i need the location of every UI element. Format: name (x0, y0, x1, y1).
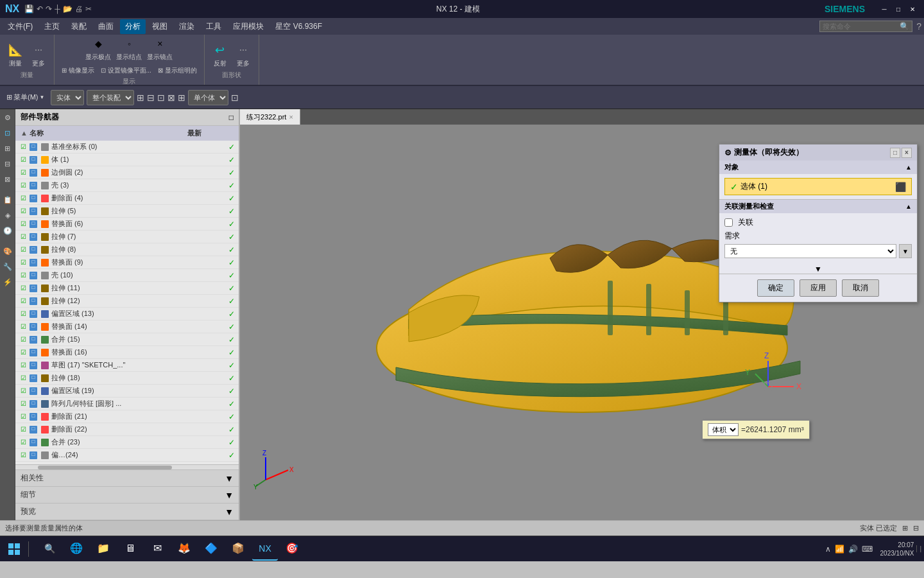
tree-item-checkbox[interactable]: ☑ (18, 399, 28, 409)
menu-render[interactable]: 渲染 (174, 19, 200, 34)
scrollbar-thumb[interactable] (38, 466, 172, 469)
tree-item[interactable]: ☑□偏置区域 (19)✓ (15, 385, 239, 398)
tree-item-checkbox[interactable]: ☑ (18, 296, 28, 306)
taskbar-explorer[interactable]: 📁 (90, 538, 116, 561)
restore-button[interactable]: □ (892, 3, 905, 15)
scope-select[interactable]: 整个装配 (87, 90, 134, 105)
view-icon-1[interactable]: ⊞ (902, 524, 908, 532)
minimize-button[interactable]: ─ (878, 3, 891, 15)
taskbar-app3[interactable]: 🎯 (279, 538, 305, 561)
tray-icon-battery[interactable]: ⌨ (862, 545, 873, 554)
tree-item-checkbox[interactable]: ☑ (18, 245, 28, 255)
taskbar-mail[interactable]: ✉ (144, 538, 170, 561)
tree-item-checkbox[interactable]: ☑ (18, 360, 28, 371)
measure-button[interactable]: 📐 测量 (5, 40, 26, 69)
quick-save-icon[interactable]: 💾 (24, 4, 34, 13)
tree-item[interactable]: ☑□替换面 (6)✓ (15, 218, 239, 231)
close-button[interactable]: ✕ (906, 3, 919, 15)
show-poles-button[interactable]: ◆ 显示极点 (84, 33, 112, 63)
tree-item[interactable]: ☑□删除面 (22)✓ (15, 423, 239, 436)
menu-tools[interactable]: 工具 (201, 19, 227, 34)
more-surface-button[interactable]: ⋯ 更多 (233, 40, 253, 69)
tree-item-checkbox[interactable]: ☑ (18, 219, 28, 229)
redo-icon[interactable]: ↷ (46, 4, 52, 13)
viewport-tab-main[interactable]: 练习2322.prt × (240, 109, 300, 125)
tree-item[interactable]: ☑□边倒圆 (2)✓ (15, 166, 239, 179)
show-group-button[interactable]: ⊠ 显示组明的 (156, 66, 199, 76)
more-measure-button[interactable]: ⋯ 更多 (28, 40, 49, 69)
tree-item[interactable]: ☑□体 (1)✓ (15, 153, 239, 166)
related-section-header[interactable]: 关联测量和检查 ▲ (719, 200, 917, 213)
horizontal-scrollbar[interactable] (15, 464, 239, 469)
tree-item[interactable]: ☑□阵列几何特征 [圆形] ...✓ (15, 398, 239, 410)
tree-item-checkbox[interactable]: ☑ (18, 450, 28, 460)
left-icon-9[interactable]: 🎨 (1, 244, 15, 258)
tree-item-checkbox[interactable]: ☑ (18, 309, 28, 319)
open-icon[interactable]: 📂 (63, 4, 73, 13)
tree-item-checkbox[interactable]: ☑ (18, 258, 28, 268)
taskbar-app1[interactable]: 📦 (225, 538, 251, 561)
confirm-button[interactable]: 确定 (757, 279, 794, 297)
menu-analysis[interactable]: 分析 (120, 19, 146, 34)
toolbar-icon-2[interactable]: ⊟ (147, 92, 155, 103)
view-icon-2[interactable]: ⊟ (913, 524, 919, 532)
tree-item-checkbox[interactable]: ☑ (18, 283, 28, 293)
tree-item-checkbox[interactable]: ☑ (18, 373, 28, 383)
tree-item[interactable]: ☑□偏…(24)✓ (15, 449, 239, 462)
left-icon-1[interactable]: ⚙ (1, 110, 15, 125)
tree-item-checkbox[interactable]: ☑ (18, 322, 28, 332)
mirror-display-button[interactable]: ⊞ 镜像显示 (60, 66, 96, 76)
tree-item-checkbox[interactable]: ☑ (18, 193, 28, 204)
requirement-select[interactable]: 无 (724, 244, 896, 258)
menu-home[interactable]: 主页 (39, 19, 65, 34)
tree-item-checkbox[interactable]: ☑ (18, 412, 28, 422)
tray-icon-1[interactable]: ∧ (825, 545, 831, 554)
menu-view[interactable]: 视图 (147, 19, 173, 34)
tree-item[interactable]: ☑□替换面 (16)✓ (15, 346, 239, 359)
left-icon-2[interactable]: ⊡ (1, 126, 15, 140)
sidebar-expand-icon[interactable]: □ (229, 113, 234, 122)
start-button[interactable] (3, 538, 26, 561)
cancel-button[interactable]: 取消 (842, 279, 879, 297)
tab-close-icon[interactable]: × (289, 113, 293, 121)
tree-item[interactable]: ☑□草图 (17) "SKETCH_..."✓ (15, 359, 239, 372)
tree-item-checkbox[interactable]: ☑ (18, 386, 28, 396)
left-icon-3[interactable]: ⊞ (1, 141, 15, 155)
panel-close-button[interactable]: × (902, 148, 912, 158)
help-icon[interactable]: ? (916, 21, 921, 31)
menu-app[interactable]: 应用模块 (228, 19, 269, 34)
viewport[interactable]: 练习2322.prt × (240, 109, 924, 520)
taskbar-edge[interactable]: 🔷 (198, 538, 224, 561)
menu-file[interactable]: 文件(F) (3, 19, 38, 34)
new-icon[interactable]: ┼ (55, 4, 60, 13)
search-input[interactable] (823, 22, 900, 30)
tree-item[interactable]: ☑□拉伸 (7)✓ (15, 231, 239, 243)
menu-assembly[interactable]: 装配 (66, 19, 92, 34)
taskbar-store[interactable]: 🖥 (117, 538, 143, 561)
set-mirror-plane-button[interactable]: ⊡ 设置镜像平面... (99, 66, 153, 76)
tree-item-checkbox[interactable]: ☑ (18, 155, 28, 165)
undo-icon[interactable]: ↶ (37, 4, 43, 13)
left-icon-11[interactable]: ⚡ (1, 275, 15, 289)
tree-item-checkbox[interactable]: ☑ (18, 232, 28, 242)
tree-item[interactable]: ☑□替换面 (14)✓ (15, 320, 239, 333)
context-menu-button[interactable]: ⊞ 菜单(M) ▼ (3, 91, 48, 104)
show-nodes-button[interactable]: ◦ 显示结点 (115, 33, 143, 63)
tree-item[interactable]: ☑□壳 (3)✓ (15, 179, 239, 192)
panel-restore-button[interactable]: □ (890, 148, 900, 158)
tree-item-checkbox[interactable]: ☑ (18, 335, 28, 345)
tree-item-checkbox[interactable]: ☑ (18, 437, 28, 448)
menu-star[interactable]: 星空 V6.936F (270, 19, 327, 34)
toolbar-icon-3[interactable]: ⊡ (157, 92, 165, 103)
show-desktop-button[interactable]: | (916, 545, 921, 552)
taskbar-chrome[interactable]: 🌐 (64, 538, 89, 561)
toolbar-icon-6[interactable]: ⊡ (231, 92, 239, 103)
cut-icon[interactable]: ✂ (85, 4, 92, 13)
tree-item[interactable]: ☑□删除面 (4)✓ (15, 192, 239, 205)
section-detail[interactable]: 细节 ▼ (15, 487, 239, 504)
tree-item[interactable]: ☑□删除面 (21)✓ (15, 410, 239, 423)
apply-button[interactable]: 应用 (800, 279, 837, 297)
type-select[interactable]: 实体 (51, 90, 84, 105)
tree-item[interactable]: ☑□替换面 (9)✓ (15, 256, 239, 269)
print-icon[interactable]: 🖨 (75, 4, 83, 13)
